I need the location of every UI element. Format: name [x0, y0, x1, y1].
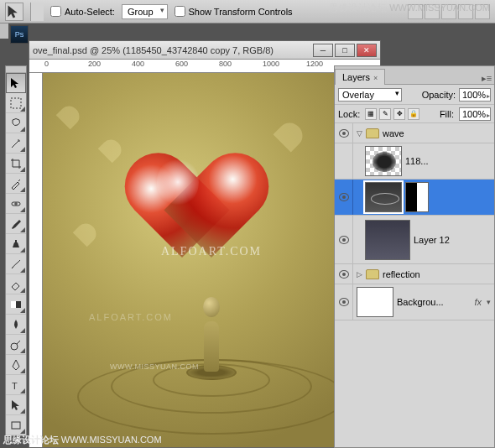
show-transform-checkbox[interactable]: Show Transform Controls: [175, 6, 293, 17]
window-maximize-button[interactable]: □: [335, 44, 355, 57]
gradient-tool[interactable]: [6, 294, 26, 315]
lock-label: Lock:: [338, 109, 360, 119]
crop-tool[interactable]: [6, 154, 26, 174]
layer-thumbnail[interactable]: [365, 146, 402, 176]
toolbox: T: [5, 65, 27, 436]
svg-point-4: [11, 343, 18, 350]
layer-group-wave[interactable]: ▽ wave: [335, 123, 494, 143]
ruler-horizontal[interactable]: 0 200 400 600 800 1000 1200: [29, 60, 380, 73]
brush-tool[interactable]: [6, 214, 26, 234]
window-close-button[interactable]: ✕: [357, 44, 377, 57]
move-tool-preset-icon[interactable]: [5, 3, 23, 21]
move-tool[interactable]: [6, 73, 26, 93]
lock-all-icon[interactable]: 🔒: [408, 108, 419, 120]
canvas-watermark-2: ALFOART.COM: [89, 312, 173, 322]
layer-group-reflection[interactable]: ▷ reflection: [335, 264, 494, 284]
type-tool[interactable]: T: [6, 375, 26, 395]
chevron-right-icon[interactable]: ▷: [357, 270, 362, 279]
lasso-tool[interactable]: [6, 113, 26, 133]
magic-wand-tool[interactable]: [6, 133, 26, 154]
document-window: ove_final.psd @ 25% (1185450_43742840 co…: [29, 40, 381, 448]
visibility-toggle[interactable]: [335, 143, 353, 179]
layer-ripple-selected[interactable]: [335, 180, 494, 216]
svg-text:T: T: [12, 381, 18, 391]
canvas-watermark: ALFOART.COM: [161, 245, 262, 258]
lock-position-icon[interactable]: ✥: [393, 108, 405, 120]
document-title: ove_final.psd @ 25% (1185450_43742840 co…: [33, 45, 313, 55]
chevron-down-icon[interactable]: ▽: [357, 129, 362, 138]
visibility-toggle[interactable]: [339, 236, 349, 244]
blend-mode-dropdown[interactable]: Overlay: [338, 88, 402, 102]
layer-thumbnail[interactable]: [365, 182, 402, 212]
layer-thumbnail[interactable]: [357, 287, 393, 317]
fill-label: Fill:: [440, 109, 454, 119]
layer-118[interactable]: 118...: [335, 143, 494, 180]
healing-brush-tool[interactable]: [6, 194, 26, 214]
tool-preset-dropdown[interactable]: [30, 3, 44, 21]
visibility-toggle[interactable]: [339, 129, 349, 138]
watermark-bottom: 思缘设计论坛 WWW.MISSYUAN.COM: [3, 434, 162, 446]
chevron-down-icon[interactable]: ▾: [487, 298, 491, 306]
marquee-tool[interactable]: [6, 93, 26, 113]
layer-12[interactable]: Layer 12: [335, 216, 494, 264]
dodge-tool[interactable]: [6, 335, 26, 355]
svg-rect-6: [12, 422, 20, 429]
layers-panel: Layers× ▸≡ Overlay Opacity: 100% Lock: ▦…: [334, 65, 495, 448]
panel-grip[interactable]: [0, 23, 8, 39]
opacity-label: Opacity:: [422, 90, 456, 100]
opacity-input[interactable]: 100%: [459, 88, 491, 102]
visibility-toggle[interactable]: [339, 298, 349, 306]
document-titlebar[interactable]: ove_final.psd @ 25% (1185450_43742840 co…: [29, 41, 380, 60]
layers-tab[interactable]: Layers×: [335, 69, 385, 85]
auto-select-checkbox[interactable]: Auto-Select:: [50, 6, 115, 17]
visibility-toggle[interactable]: [339, 270, 349, 279]
canvas[interactable]: ALFOART.COM ALFOART.COM WWW.MISSYUAN.COM: [43, 73, 380, 447]
layer-mask-thumbnail[interactable]: [405, 182, 429, 212]
panel-menu-icon[interactable]: ▸≡: [479, 73, 494, 84]
layer-thumbnail[interactable]: [365, 220, 410, 260]
toolbox-grip[interactable]: [6, 66, 26, 73]
canvas-url-watermark: WWW.MISSYUAN.COM: [110, 362, 199, 371]
rectangle-tool[interactable]: [6, 415, 26, 435]
layers-list: ▽ wave 118...: [335, 123, 494, 320]
ps-app-icon: Ps: [10, 25, 29, 44]
ruler-vertical[interactable]: [29, 73, 43, 447]
close-icon[interactable]: ×: [373, 74, 378, 82]
eraser-tool[interactable]: [6, 274, 26, 294]
layer-background[interactable]: Backgrou... fx ▾: [335, 284, 494, 320]
visibility-toggle[interactable]: [339, 193, 349, 201]
window-minimize-button[interactable]: ─: [313, 44, 333, 57]
path-selection-tool[interactable]: [6, 395, 26, 415]
watermark-top: 思缘设计论坛 WWW.MISSYUAN.COM: [329, 2, 490, 14]
svg-rect-3: [11, 301, 16, 308]
history-brush-tool[interactable]: [6, 254, 26, 274]
folder-icon: [366, 269, 379, 279]
clone-stamp-tool[interactable]: [6, 234, 26, 254]
pen-tool[interactable]: [6, 355, 26, 375]
fill-input[interactable]: 100%: [459, 107, 491, 121]
folder-icon: [366, 128, 379, 138]
lock-pixels-icon[interactable]: ✎: [379, 108, 391, 120]
fx-badge[interactable]: fx: [474, 297, 483, 307]
lock-transparency-icon[interactable]: ▦: [365, 108, 377, 120]
blur-tool[interactable]: [6, 315, 26, 335]
eyedropper-tool[interactable]: [6, 174, 26, 194]
auto-select-group-dropdown[interactable]: Group: [122, 4, 168, 19]
